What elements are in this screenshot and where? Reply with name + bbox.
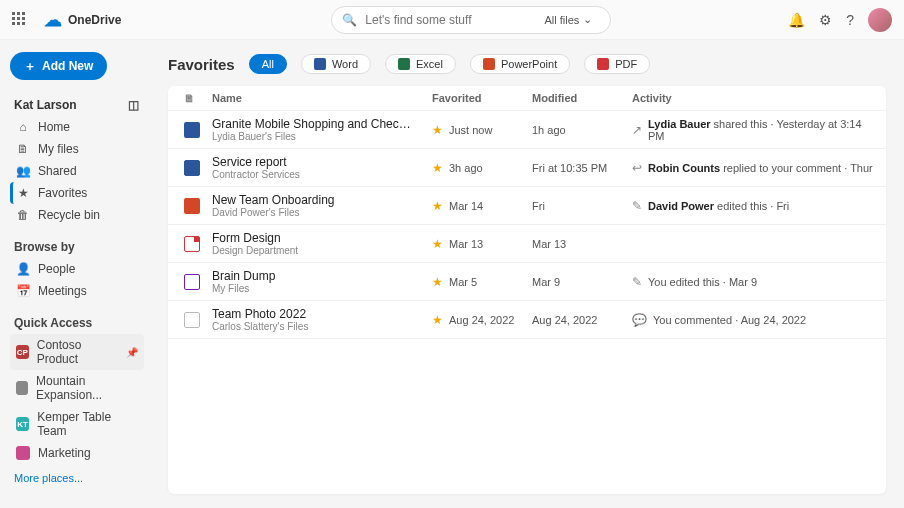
search-filter[interactable]: All files ⌄ <box>537 9 601 31</box>
file-icon <box>184 160 200 176</box>
star-icon[interactable]: ★ <box>432 237 443 251</box>
nav-favorites[interactable]: ★Favorites <box>10 182 144 204</box>
star-icon[interactable]: ★ <box>432 313 443 327</box>
word-icon <box>314 58 326 70</box>
nav-recycle-bin[interactable]: 🗑Recycle bin <box>10 204 144 226</box>
notifications-icon[interactable]: 🔔 <box>788 12 805 28</box>
filter-word[interactable]: Word <box>301 54 371 74</box>
sidebar: ＋ Add New Kat Larson ◫ ⌂Home🗎My files👥Sh… <box>0 40 150 508</box>
filter-powerpoint[interactable]: PowerPoint <box>470 54 570 74</box>
nav-icon: 🗎 <box>16 142 30 156</box>
onedrive-logo[interactable]: ☁ OneDrive <box>44 9 121 31</box>
modified-cell: Fri <box>532 200 632 212</box>
search-icon: 🔍 <box>342 13 357 27</box>
file-title: Form Design <box>212 231 412 245</box>
col-activity[interactable]: Activity <box>632 92 880 104</box>
browse-by-label: Browse by <box>10 240 144 254</box>
quick-access-item[interactable]: KTKemper Table Team <box>10 406 144 442</box>
quick-access-item[interactable]: Marketing <box>10 442 144 464</box>
browse-meetings[interactable]: 📅Meetings <box>10 280 144 302</box>
file-subtitle: David Power's Files <box>212 207 432 218</box>
qa-badge: CP <box>16 345 29 359</box>
more-places-link[interactable]: More places... <box>10 472 144 484</box>
activity-icon: ↗ <box>632 123 642 137</box>
nav-my-files[interactable]: 🗎My files <box>10 138 144 160</box>
filter-pdf[interactable]: PDF <box>584 54 650 74</box>
favorited-cell: Mar 14 <box>449 200 483 212</box>
app-name: OneDrive <box>68 13 121 27</box>
waffle-icon[interactable] <box>12 12 28 28</box>
col-modified[interactable]: Modified <box>532 92 632 104</box>
filter-all[interactable]: All <box>249 54 287 74</box>
file-title: Brain Dump <box>212 269 412 283</box>
activity-icon: 💬 <box>632 313 647 327</box>
star-icon[interactable]: ★ <box>432 161 443 175</box>
search-input[interactable] <box>365 13 528 27</box>
nav-home[interactable]: ⌂Home <box>10 116 144 138</box>
nav-label: People <box>38 262 75 276</box>
qa-label: Contoso Product <box>37 338 118 366</box>
file-subtitle: Lydia Bauer's Files <box>212 131 432 142</box>
star-icon[interactable]: ★ <box>432 123 443 137</box>
nav-shared[interactable]: 👥Shared <box>10 160 144 182</box>
activity-text: You commented · Aug 24, 2022 <box>653 314 806 326</box>
table-row[interactable]: Brain Dump My Files ★Mar 5 Mar 9 ✎You ed… <box>168 263 886 301</box>
activity-icon: ↩ <box>632 161 642 175</box>
col-name[interactable]: Name <box>212 92 432 104</box>
quick-access-item[interactable]: Mountain Expansion... <box>10 370 144 406</box>
qa-badge: KT <box>16 417 29 431</box>
activity-icon: ✎ <box>632 199 642 213</box>
table-row[interactable]: Granite Mobile Shopping and Checkout Flo… <box>168 111 886 149</box>
modified-cell: Aug 24, 2022 <box>532 314 632 326</box>
chevron-down-icon: ⌄ <box>583 13 592 26</box>
excel-icon <box>398 58 410 70</box>
star-icon[interactable]: ★ <box>432 199 443 213</box>
cloud-icon: ☁ <box>44 9 62 31</box>
page-title: Favorites <box>168 56 235 73</box>
file-title: Team Photo 2022 <box>212 307 412 321</box>
modified-cell: Mar 9 <box>532 276 632 288</box>
file-icon-header: 🗎 <box>184 92 212 104</box>
file-title: Service report <box>212 155 412 169</box>
favorited-cell: 3h ago <box>449 162 483 174</box>
search-box[interactable]: 🔍 All files ⌄ <box>331 6 611 34</box>
activity-user: David Power <box>648 200 714 212</box>
nav-label: Favorites <box>38 186 87 200</box>
pdf-icon <box>597 58 609 70</box>
filter-excel[interactable]: Excel <box>385 54 456 74</box>
help-icon[interactable]: ? <box>846 12 854 28</box>
view-toggle-icon[interactable]: ◫ <box>126 98 140 112</box>
file-icon <box>184 236 200 252</box>
nav-label: My files <box>38 142 79 156</box>
avatar[interactable] <box>868 8 892 32</box>
activity-text: You edited this · Mar 9 <box>648 276 757 288</box>
modified-cell: 1h ago <box>532 124 632 136</box>
settings-icon[interactable]: ⚙ <box>819 12 832 28</box>
table-row[interactable]: New Team Onboarding David Power's Files … <box>168 187 886 225</box>
browse-people[interactable]: 👤People <box>10 258 144 280</box>
star-icon[interactable]: ★ <box>432 275 443 289</box>
qa-badge <box>16 446 30 460</box>
file-title: Granite Mobile Shopping and Checkout Flo… <box>212 117 412 131</box>
file-subtitle: Carlos Slattery's Files <box>212 321 432 332</box>
plus-icon: ＋ <box>24 58 36 75</box>
nav-label: Home <box>38 120 70 134</box>
col-favorited[interactable]: Favorited <box>432 92 532 104</box>
nav-label: Meetings <box>38 284 87 298</box>
qa-label: Mountain Expansion... <box>36 374 138 402</box>
nav-icon: 📅 <box>16 284 30 298</box>
file-icon <box>184 122 200 138</box>
pin-icon: 📌 <box>126 347 138 358</box>
activity-text: replied to your comment · Thur <box>720 162 873 174</box>
file-title: New Team Onboarding <box>212 193 412 207</box>
table-row[interactable]: Team Photo 2022 Carlos Slattery's Files … <box>168 301 886 339</box>
table-row[interactable]: Service report Contractor Services ★3h a… <box>168 149 886 187</box>
favorited-cell: Mar 13 <box>449 238 483 250</box>
activity-text: edited this · Fri <box>714 200 789 212</box>
quick-access-item[interactable]: CPContoso Product📌 <box>10 334 144 370</box>
qa-badge <box>16 381 28 395</box>
file-icon <box>184 312 200 328</box>
nav-icon: ★ <box>16 186 30 200</box>
add-new-button[interactable]: ＋ Add New <box>10 52 107 80</box>
table-row[interactable]: Form Design Design Department ★Mar 13 Ma… <box>168 225 886 263</box>
